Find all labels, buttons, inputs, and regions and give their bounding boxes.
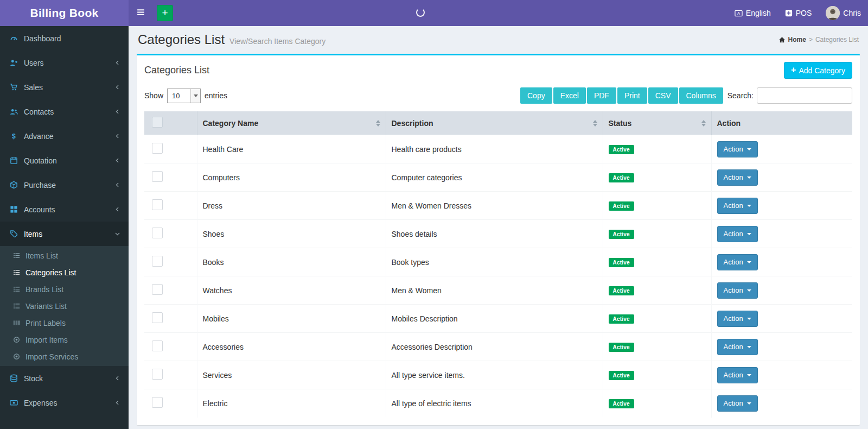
- sidebar-item-label: Advance: [24, 132, 53, 141]
- sidebar-item-items[interactable]: Items: [0, 222, 129, 246]
- plus-icon: +: [162, 8, 168, 18]
- sidebar-item-stock[interactable]: Stock: [0, 366, 129, 390]
- description-cell: Health care products: [386, 135, 603, 163]
- category-name-cell: Shoes: [197, 220, 386, 248]
- sidebar-item-dashboard[interactable]: Dashboard: [0, 26, 129, 51]
- sidebar-item-sales[interactable]: Sales: [0, 75, 129, 99]
- sidebar-subitem-label: Print Labels: [25, 319, 66, 327]
- sidebar-item-quotation[interactable]: Quotation: [0, 148, 129, 173]
- caret-down-icon: [747, 402, 751, 405]
- column-header-category-name[interactable]: Category Name: [197, 111, 386, 135]
- description-cell: Men & Women: [386, 276, 603, 305]
- action-dropdown-button[interactable]: Action: [717, 367, 758, 383]
- pos-label: POS: [796, 9, 812, 17]
- action-dropdown-button[interactable]: Action: [717, 198, 758, 214]
- action-dropdown-button[interactable]: Action: [717, 254, 758, 270]
- status-badge: Active: [609, 145, 634, 154]
- sidebar-item-label: Sales: [24, 83, 43, 92]
- sidebar-subitem-categories-list[interactable]: Categories List: [0, 264, 129, 281]
- action-dropdown-button[interactable]: Action: [717, 311, 758, 327]
- sidebar-subitem-variants-list[interactable]: Variants List: [0, 298, 129, 314]
- app-logo[interactable]: Billing Book: [0, 0, 129, 26]
- sort-icon: [697, 120, 706, 127]
- caret-down-icon: [747, 374, 751, 376]
- sidebar-subitem-import-services[interactable]: Import Services: [0, 348, 129, 365]
- sidebar-subitem-items-list[interactable]: Items List: [0, 247, 129, 264]
- action-dropdown-button[interactable]: Action: [717, 339, 758, 355]
- row-checkbox[interactable]: [152, 397, 163, 408]
- pos-link[interactable]: POS: [778, 0, 819, 26]
- status-badge: Active: [609, 173, 634, 182]
- caret-down-icon: [747, 148, 751, 150]
- add-category-button[interactable]: + Add Category: [784, 62, 852, 79]
- action-dropdown-button[interactable]: Action: [717, 282, 758, 299]
- row-checkbox[interactable]: [152, 143, 163, 154]
- export-excel-button[interactable]: Excel: [553, 87, 586, 104]
- chevron-down-icon: [190, 89, 200, 103]
- dot-circle-icon: [12, 353, 21, 360]
- sidebar-item-advance[interactable]: $Advance: [0, 124, 129, 148]
- export-csv-button[interactable]: CSV: [648, 87, 678, 104]
- sidebar-item-expenses[interactable]: Expenses: [0, 390, 129, 415]
- action-dropdown-button[interactable]: Action: [717, 395, 758, 412]
- description-cell: Accessories Description: [386, 333, 603, 361]
- status-badge: Active: [609, 399, 634, 408]
- language-menu[interactable]: A English: [727, 0, 778, 26]
- list-icon: [12, 252, 21, 259]
- row-checkbox[interactable]: [152, 284, 163, 295]
- sidebar-subitem-label: Variants List: [25, 302, 67, 311]
- table-row: MobilesMobiles DescriptionActiveAction: [144, 305, 852, 333]
- shopping-cart-icon: [9, 83, 19, 91]
- row-checkbox[interactable]: [152, 369, 163, 380]
- row-checkbox[interactable]: [152, 312, 163, 323]
- action-dropdown-button[interactable]: Action: [717, 226, 758, 242]
- list-icon: [12, 269, 21, 276]
- column-header-status[interactable]: Status: [603, 111, 711, 135]
- main-area: + A English POS: [129, 0, 868, 429]
- sidebar-item-users[interactable]: Users: [0, 51, 129, 75]
- money-icon: [9, 399, 19, 407]
- sidebar-item-accounts[interactable]: Accounts: [0, 197, 129, 222]
- category-name-cell: Accessories: [197, 333, 386, 361]
- avatar: [826, 6, 840, 20]
- action-label: Action: [724, 145, 743, 153]
- sidebar-toggle-button[interactable]: [129, 0, 152, 26]
- quick-add-button[interactable]: +: [157, 5, 173, 21]
- sidebar-item-label: Accounts: [24, 205, 55, 214]
- table-row: AccessoriesAccessories DescriptionActive…: [144, 333, 852, 361]
- category-name-cell: Mobiles: [197, 305, 386, 333]
- page-title: Categories List View/Search Items Catego…: [138, 32, 326, 47]
- list-icon: [12, 302, 21, 310]
- sidebar-subitem-print-labels[interactable]: Print Labels: [0, 314, 129, 331]
- tags-icon: [9, 230, 19, 238]
- entries-length-control: Show 10 entries: [144, 89, 227, 103]
- entries-select[interactable]: 10: [167, 89, 201, 103]
- chevron-left-icon: [114, 399, 121, 406]
- column-label: Status: [609, 119, 632, 128]
- sidebar-subitem-brands-list[interactable]: Brands List: [0, 281, 129, 298]
- export-columns-button[interactable]: Columns: [679, 87, 723, 104]
- export-copy-button[interactable]: Copy: [520, 87, 552, 104]
- row-checkbox[interactable]: [152, 199, 163, 210]
- sidebar-subitem-import-items[interactable]: Import Items: [0, 331, 129, 348]
- sidebar-item-contacts[interactable]: Contacts: [0, 99, 129, 124]
- action-dropdown-button[interactable]: Action: [717, 169, 758, 186]
- row-checkbox[interactable]: [152, 340, 163, 351]
- column-header-description[interactable]: Description: [386, 111, 603, 135]
- content: Categories List View/Search Items Catego…: [129, 26, 868, 429]
- search-input[interactable]: [757, 87, 852, 104]
- select-all-header: [144, 111, 197, 135]
- export-print-button[interactable]: Print: [617, 87, 647, 104]
- row-checkbox[interactable]: [152, 171, 163, 182]
- select-all-checkbox[interactable]: [152, 117, 163, 128]
- table-header-row: Category NameDescriptionStatusAction: [144, 111, 852, 135]
- user-menu[interactable]: Chris: [819, 0, 868, 26]
- row-checkbox[interactable]: [152, 256, 163, 267]
- user-plus-icon: [9, 59, 19, 67]
- row-checkbox[interactable]: [152, 228, 163, 238]
- sidebar-item-purchase[interactable]: Purchase: [0, 173, 129, 197]
- action-dropdown-button[interactable]: Action: [717, 141, 758, 157]
- sidebar-item-label: Quotation: [24, 156, 57, 165]
- export-pdf-button[interactable]: PDF: [587, 87, 616, 104]
- breadcrumb-home[interactable]: Home: [788, 36, 806, 43]
